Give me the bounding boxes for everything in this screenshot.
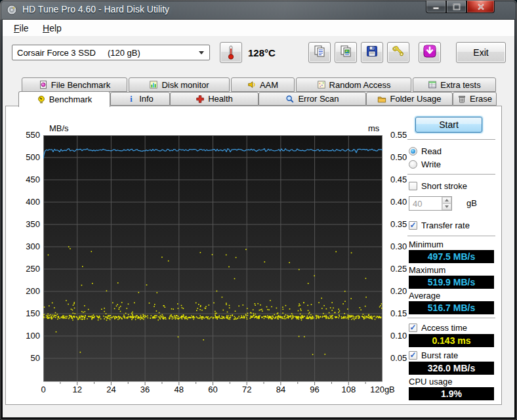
y-axis-tick-label: 500 [12, 152, 40, 162]
close-button[interactable] [466, 1, 495, 13]
checkbox-icon: ✓ [409, 182, 417, 190]
tab-label: Health [208, 94, 233, 104]
right-axis-title: ms [368, 123, 379, 133]
close-icon [477, 3, 485, 10]
write-radio[interactable]: Write [409, 159, 441, 169]
wrench-icon [392, 45, 405, 60]
tab-label: Folder Usage [390, 94, 441, 104]
read-radio[interactable]: Read [409, 146, 442, 156]
average-label: Average [409, 291, 440, 301]
app-window: HD Tune Pro 4.60 - Hard Disk Utility Fil… [0, 0, 517, 420]
tab-extra-tests[interactable]: Extra tests [413, 77, 496, 92]
checkbox-icon: ✓ [409, 351, 417, 360]
access-time-checkbox[interactable]: ✓ Access time [409, 323, 467, 333]
checkbox-icon: ✓ [409, 221, 417, 230]
separator [407, 174, 495, 175]
folder-icon [377, 94, 386, 104]
benchmark-panel: MB/s ms 55050045040035030025020015010050… [5, 106, 502, 405]
y-axis-tick-label: 150 [12, 308, 40, 318]
tab-benchmark[interactable]: Benchmark [18, 91, 110, 107]
minimize-button[interactable] [426, 1, 446, 13]
cpu-usage-value: 1.9% [409, 387, 494, 400]
minimum-value: 497.5 MB/s [409, 250, 494, 263]
tab-label: Benchmark [49, 94, 93, 104]
radio-icon [409, 147, 417, 156]
radio-icon [409, 160, 417, 169]
separator [407, 139, 495, 140]
temperature-button[interactable] [220, 42, 242, 63]
y-axis-tick-label: 400 [12, 197, 40, 207]
burst-rate-checkbox[interactable]: ✓ Burst rate [409, 350, 458, 360]
drive-selector[interactable]: Corsair Force 3 SSD (120 gB) [12, 45, 210, 60]
tab-label: AAM [260, 80, 278, 90]
exit-button[interactable]: Exit [456, 42, 506, 63]
menu-file[interactable]: File [10, 22, 32, 34]
y-axis-tick-label: 350 [12, 219, 40, 229]
copy-text-icon [313, 45, 326, 60]
y-axis-tick-label: 250 [12, 264, 40, 274]
tab-label: Info [139, 94, 154, 104]
tab-info[interactable]: iInfo [110, 92, 170, 106]
tab-error-scan[interactable]: Error Scan [258, 92, 366, 106]
titlebar[interactable]: HD Tune Pro 4.60 - Hard Disk Utility [0, 0, 517, 20]
maximum-label: Maximum [409, 265, 445, 275]
capacity-spinner[interactable]: 40 [409, 196, 452, 211]
minimize-icon [432, 3, 440, 10]
cpu-usage-label: CPU usage [409, 377, 452, 387]
download-arrow-icon [423, 44, 437, 61]
menu-help[interactable]: Help [39, 22, 65, 34]
burst-rate-label: Burst rate [421, 350, 458, 360]
window-title: HD Tune Pro 4.60 - Hard Disk Utility [22, 4, 169, 14]
copy-image-icon [339, 45, 352, 60]
health-cross-icon [196, 94, 205, 104]
tab-aam[interactable]: AAM [231, 77, 295, 92]
magnifier-icon [285, 94, 295, 104]
maximize-icon [453, 3, 461, 10]
svg-text:i: i [130, 94, 133, 104]
temperature-value: 128°C [248, 47, 276, 58]
options-button[interactable] [387, 42, 409, 63]
tab-erase[interactable]: Erase [453, 92, 497, 106]
tab-health[interactable]: Health [170, 92, 258, 106]
read-label: Read [421, 146, 442, 156]
spinner-up-button[interactable] [442, 197, 451, 203]
average-value: 516.7 MB/s [409, 301, 494, 314]
spinner-down-button[interactable] [442, 203, 451, 210]
y-axis-tick-label: 450 [12, 175, 40, 184]
maximize-button[interactable] [446, 1, 466, 13]
tab-label: Extra tests [440, 80, 480, 90]
access-time-value: 0.143 ms [409, 334, 494, 347]
capture-button[interactable] [419, 42, 441, 63]
copy-text-button[interactable] [308, 42, 331, 63]
speaker-icon [247, 80, 257, 89]
y-axis-tick-label: 300 [12, 242, 40, 251]
separator [407, 318, 495, 318]
checkbox-icon: ✓ [409, 324, 417, 332]
capacity-value: 40 [409, 197, 442, 210]
y-axis-tick-label: 550 [12, 130, 40, 140]
tab-label: Random Access [329, 80, 391, 90]
thermometer-icon [224, 45, 238, 60]
tab-file-benchmark[interactable]: File Benchmark [22, 77, 127, 92]
copy-image-button[interactable] [335, 42, 357, 63]
benchmark-gauge-icon [37, 95, 46, 104]
tab-label: Error Scan [298, 94, 339, 104]
left-axis-title: MB/s [49, 123, 69, 133]
save-button[interactable] [361, 42, 383, 63]
tab-random-access[interactable]: Random Access [296, 77, 411, 92]
capacity-unit: gB [466, 198, 477, 208]
menu-bar: File Help [3, 20, 514, 37]
start-button[interactable]: Start [415, 117, 482, 133]
y-axis-tick-label: 100 [12, 331, 40, 341]
short-stroke-checkbox[interactable]: ✓ Short stroke [409, 181, 467, 191]
app-icon [7, 5, 17, 15]
burst-rate-value: 326.0 MB/s [409, 362, 494, 375]
transfer-rate-checkbox[interactable]: ✓ Transfer rate [409, 220, 470, 230]
tab-disk-monitor[interactable]: Disk monitor [129, 77, 230, 92]
transfer-rate-label: Transfer rate [421, 220, 470, 230]
minimum-label: Minimum [409, 240, 444, 249]
save-icon [365, 45, 379, 60]
tab-folder-usage[interactable]: Folder Usage [366, 92, 453, 106]
drive-selector-value: Corsair Force 3 SSD (120 gB) [12, 48, 199, 58]
file-benchmark-icon [39, 80, 48, 89]
